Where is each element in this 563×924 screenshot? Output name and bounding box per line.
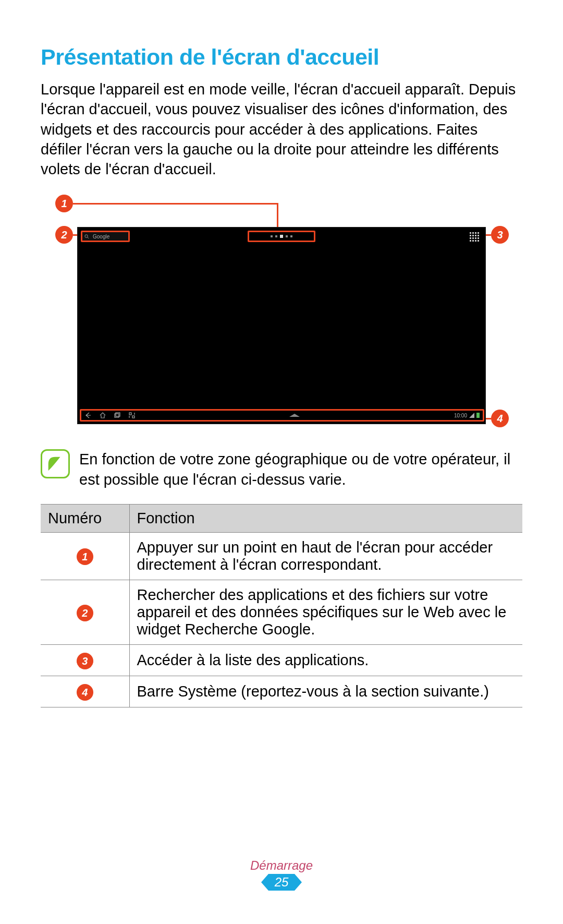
section-title: Présentation de l'écran d'accueil [41, 44, 522, 70]
table-header-number: Numéro [41, 504, 129, 532]
intro-paragraph: Lorsque l'appareil est en mode veille, l… [41, 79, 522, 179]
leader-line [73, 203, 278, 205]
highlight-search-widget: Google [81, 231, 130, 242]
svg-rect-5 [132, 416, 134, 418]
page-footer: Démarrage 25 [0, 858, 563, 893]
recent-icon [114, 412, 121, 419]
table-header-row: Numéro Fonction [41, 504, 522, 532]
note-icon [41, 449, 70, 478]
row-number-badge: 3 [77, 653, 93, 669]
battery-icon [476, 413, 480, 418]
svg-rect-3 [116, 413, 120, 416]
callout-3: 3 [491, 226, 509, 244]
svg-rect-2 [115, 414, 119, 417]
table-header-function: Fonction [129, 504, 522, 532]
footer-page-badge: 25 [261, 874, 302, 891]
back-icon [84, 412, 92, 419]
screenshot-icon [128, 412, 136, 419]
tray-expand-icon [289, 414, 300, 417]
row-description: Accéder à la liste des applications. [129, 644, 522, 676]
highlight-system-bar: 10:00 [80, 409, 484, 422]
search-widget-label: Google [91, 232, 109, 241]
signal-icon [469, 413, 474, 418]
triangle-left-icon [261, 874, 268, 891]
callout-2: 2 [55, 226, 73, 244]
callout-1: 1 [55, 195, 73, 212]
apps-button-area [467, 231, 482, 243]
svg-rect-4 [129, 413, 131, 415]
svg-point-0 [85, 235, 88, 237]
search-icon [84, 234, 89, 239]
footer-section-label: Démarrage [0, 858, 563, 873]
callout-4: 4 [491, 410, 509, 427]
table-row: 2 Rechercher des applications et des fic… [41, 580, 522, 644]
note-text: En fonction de votre zone géographique o… [79, 449, 522, 489]
row-number-badge: 2 [77, 605, 93, 621]
triangle-right-icon [295, 874, 302, 891]
home-icon [99, 412, 106, 419]
row-description: Barre Système (reportez-vous à la sectio… [129, 676, 522, 707]
table-row: 3 Accéder à la liste des applications. [41, 644, 522, 676]
row-description: Appuyer sur un point en haut de l'écran … [129, 532, 522, 580]
row-number-badge: 4 [77, 684, 93, 701]
statusbar-time: 10:00 [454, 413, 467, 418]
row-number-badge: 1 [77, 548, 93, 565]
device-screenshot: Google [77, 227, 486, 424]
note-block: En fonction de votre zone géographique o… [41, 449, 522, 489]
function-table: Numéro Fonction 1 Appuyer sur un point e… [41, 504, 522, 707]
table-row: 4 Barre Système (reportez-vous à la sect… [41, 676, 522, 707]
apps-grid-icon [470, 232, 479, 242]
table-row: 1 Appuyer sur un point en haut de l'écra… [41, 532, 522, 580]
page-number: 25 [268, 874, 295, 891]
home-screen-diagram: 1 2 3 4 Google [47, 195, 516, 435]
row-description: Rechercher des applications et des fichi… [129, 580, 522, 644]
highlight-page-indicator [248, 231, 315, 242]
svg-line-1 [88, 237, 89, 238]
